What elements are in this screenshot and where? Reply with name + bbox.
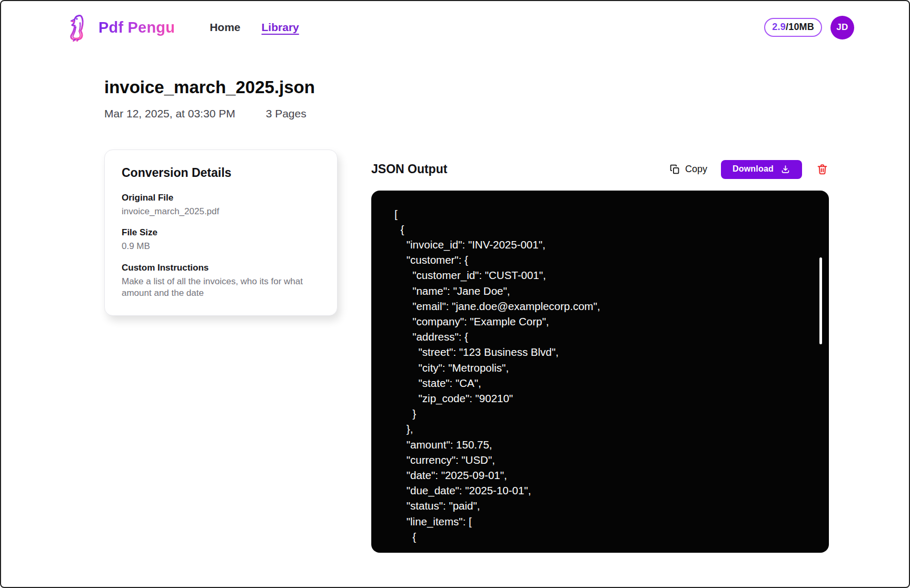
code-line: "invoice_id": "INV-2025-001", bbox=[394, 237, 808, 252]
brand-name: Pdf Pengu bbox=[98, 19, 175, 36]
code-line: "zip_code": "90210" bbox=[394, 391, 808, 406]
output-actions: Copy Download bbox=[669, 160, 829, 179]
download-icon bbox=[780, 164, 790, 174]
code-line: "address": { bbox=[394, 329, 808, 344]
code-line: "name": "Jane Doe", bbox=[394, 283, 808, 298]
brand[interactable]: Pdf Pengu bbox=[65, 13, 175, 42]
field-value: invoice_march_2025.pdf bbox=[122, 206, 320, 218]
conversion-details-card: Conversion Details Original File invoice… bbox=[104, 150, 338, 316]
field-label: File Size bbox=[122, 227, 320, 238]
json-code-block[interactable]: [ { "invoice_id": "INV-2025-001", "custo… bbox=[371, 191, 829, 553]
delete-button[interactable] bbox=[816, 163, 829, 176]
code-line: } bbox=[394, 406, 808, 421]
copy-button-label: Copy bbox=[685, 164, 707, 175]
page-title: invoice_march_2025.json bbox=[104, 77, 829, 98]
card-title: Conversion Details bbox=[122, 166, 320, 180]
page-meta: Mar 12, 2025, at 03:30 PM 3 Pages bbox=[104, 107, 829, 120]
copy-icon bbox=[669, 164, 680, 175]
code-line: "state": "CA", bbox=[394, 375, 808, 391]
app-window: Pdf Pengu Home Library 2.9/10MB JD invoi… bbox=[0, 0, 910, 588]
field-label: Original File bbox=[122, 193, 320, 203]
code-line: "due_date": "2025-10-01", bbox=[394, 483, 808, 498]
code-line: "amount": 150.75, bbox=[394, 437, 808, 452]
field-value: 0.9 MB bbox=[122, 241, 320, 253]
code-line: [ bbox=[394, 206, 808, 222]
output-header: JSON Output Copy Dow bbox=[371, 160, 829, 179]
top-nav: Pdf Pengu Home Library 2.9/10MB JD bbox=[1, 1, 909, 54]
trash-icon bbox=[816, 163, 829, 176]
field-custom-instructions: Custom Instructions Make a list of all t… bbox=[122, 263, 320, 300]
code-line: "date": "2025-09-01", bbox=[394, 467, 808, 483]
page-count: 3 Pages bbox=[266, 107, 306, 120]
copy-button[interactable]: Copy bbox=[669, 164, 707, 175]
storage-usage-badge: 2.9/10MB bbox=[764, 18, 822, 37]
penguin-logo-icon bbox=[65, 13, 92, 42]
code-line: "currency": "USD", bbox=[394, 452, 808, 467]
code-line: "status": "paid", bbox=[394, 498, 808, 513]
content-columns: Conversion Details Original File invoice… bbox=[104, 150, 829, 553]
storage-used-value: 2.9 bbox=[772, 22, 786, 32]
code-scrollbar-thumb[interactable] bbox=[819, 257, 822, 344]
json-output-section: JSON Output Copy Dow bbox=[371, 150, 829, 553]
field-value: Make a list of all the invoices, who its… bbox=[122, 276, 320, 300]
output-title: JSON Output bbox=[371, 162, 447, 176]
code-line: "city": "Metropolis", bbox=[394, 360, 808, 375]
code-line: "customer_id": "CUST-001", bbox=[394, 267, 808, 283]
code-line: "email": "jane.doe@examplecorp.com", bbox=[394, 298, 808, 314]
storage-total-value: /10MB bbox=[786, 22, 814, 32]
code-line: { bbox=[394, 222, 808, 237]
field-file-size: File Size 0.9 MB bbox=[122, 227, 320, 253]
code-line: "street": "123 Business Blvd", bbox=[394, 344, 808, 360]
main-content: invoice_march_2025.json Mar 12, 2025, at… bbox=[1, 54, 909, 553]
avatar[interactable]: JD bbox=[830, 16, 854, 39]
code-lines: [ { "invoice_id": "INV-2025-001", "custo… bbox=[394, 206, 808, 544]
code-line: "customer": { bbox=[394, 252, 808, 267]
code-line: "line_items": [ bbox=[394, 514, 808, 529]
nav-item-home[interactable]: Home bbox=[210, 21, 240, 34]
field-label: Custom Instructions bbox=[122, 263, 320, 273]
header-right: 2.9/10MB JD bbox=[764, 16, 854, 39]
nav-item-library[interactable]: Library bbox=[262, 21, 299, 34]
field-original-file: Original File invoice_march_2025.pdf bbox=[122, 193, 320, 218]
code-line: "company": "Example Corp", bbox=[394, 314, 808, 329]
code-line: }, bbox=[394, 421, 808, 436]
file-timestamp: Mar 12, 2025, at 03:30 PM bbox=[104, 107, 235, 120]
download-button-label: Download bbox=[733, 164, 774, 174]
download-button[interactable]: Download bbox=[721, 160, 802, 179]
main-nav: Home Library bbox=[210, 21, 299, 34]
code-line: { bbox=[394, 529, 808, 544]
